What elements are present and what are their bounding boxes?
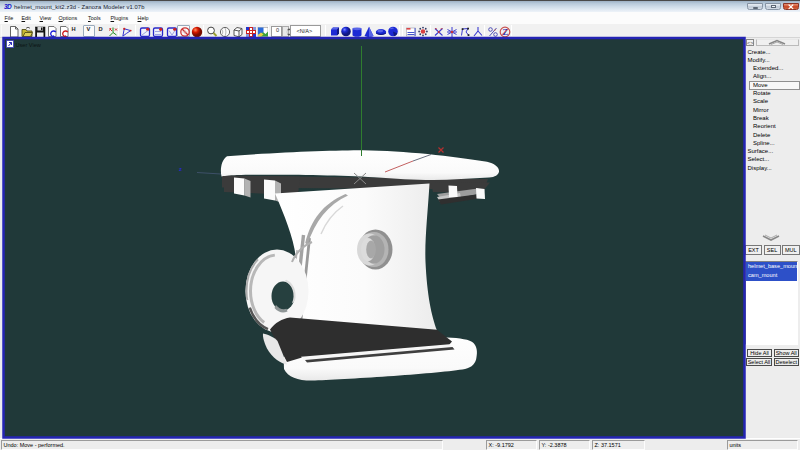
svg-text:User View: User View (16, 42, 42, 48)
svg-text:z: z (179, 166, 182, 172)
